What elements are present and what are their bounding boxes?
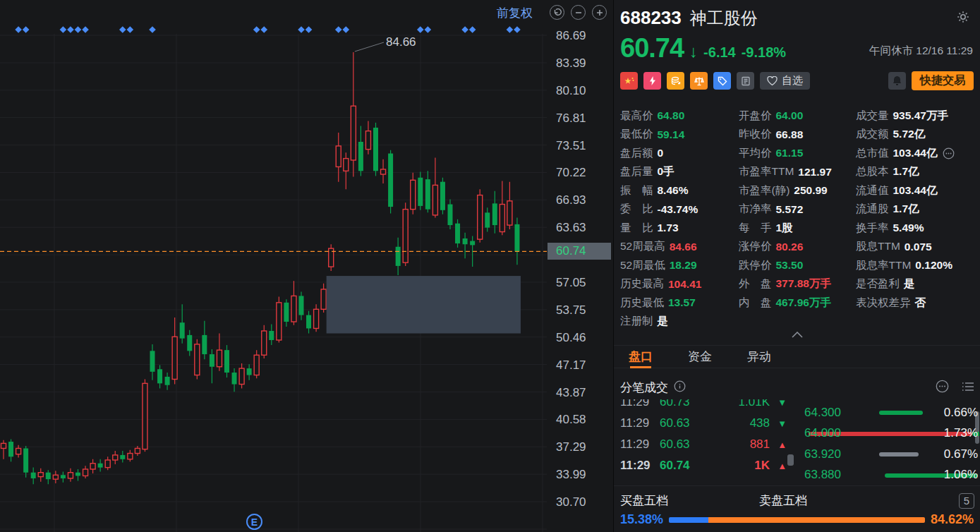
price-axis-tick: 70.22 — [556, 166, 586, 180]
adjust-mode-button[interactable]: 前复权 — [497, 5, 533, 21]
stat-cell: 历史最低13.57 — [620, 294, 739, 313]
stat-cell: 外 盘377.88万手 — [739, 275, 856, 294]
cn-market-icon[interactable] — [620, 72, 638, 90]
divider — [614, 485, 980, 486]
undo-icon[interactable] — [550, 5, 564, 20]
notes-icon[interactable] — [737, 72, 754, 90]
trade-row[interactable]: 11:2960.731.01K▼ — [620, 399, 787, 413]
stat-cell: 总股本1.7亿 — [856, 163, 975, 182]
depth-levels-button[interactable]: 5 — [959, 493, 974, 509]
zoom-in-icon[interactable] — [592, 5, 607, 20]
bell-icon[interactable] — [888, 72, 906, 90]
stat-cell: 昨收价66.88 — [739, 126, 856, 145]
trade-row[interactable]: 11:2960.63438▼ — [620, 413, 787, 434]
watchlist-label: 自选 — [782, 74, 803, 87]
stat-cell: 股息率TTM0.120% — [856, 256, 975, 275]
tab-异动[interactable]: 异动 — [747, 346, 771, 368]
tag-icon[interactable] — [713, 72, 731, 90]
kline-chart-canvas[interactable] — [0, 0, 613, 532]
stat-cell: 表决权差异否 — [856, 294, 975, 313]
event-badge-icon[interactable]: E — [246, 514, 262, 530]
info-icon[interactable] — [674, 380, 686, 395]
tick-trade-list[interactable]: 11:2960.731.01K▼11:2960.63438▼11:2960.63… — [620, 399, 787, 483]
list-view-icon[interactable] — [962, 381, 974, 395]
price-axis-tick: 33.99 — [556, 468, 586, 482]
down-arrow-icon: ↓ — [689, 42, 698, 61]
price-change-pct: -9.18% — [742, 44, 786, 61]
sell-ratio-bar — [708, 517, 925, 523]
depth-ratio-bar — [669, 517, 925, 523]
price-axis-tick: 40.58 — [556, 413, 586, 427]
stat-cell: 股息TTM0.075 — [856, 238, 975, 257]
stock-app-window: 前复权 84.66 86.6983.3980.1076.8173.5170.22… — [0, 0, 980, 532]
price-axis-tick: 43.87 — [556, 386, 586, 400]
stat-cell: 成交额5.72亿 — [856, 126, 975, 145]
quote-stats-grid: 最高价64.80开盘价64.00成交量935.47万手最低价59.14昨收价66… — [620, 107, 975, 331]
depth-header: 买盘五档 卖盘五档 5 — [620, 492, 974, 509]
price-axis-tick: 86.69 — [556, 29, 586, 43]
more-options-icon[interactable] — [936, 380, 949, 396]
price-axis-tick: 76.81 — [556, 111, 586, 126]
price-volume-row[interactable]: 64.0001.73% — [801, 423, 979, 445]
stat-cell: 52周最低18.29 — [620, 256, 739, 275]
stat-cell: 开盘价64.00 — [739, 107, 856, 126]
trade-row[interactable]: 11:2960.63881▲ — [620, 434, 787, 455]
price-volume-row[interactable]: 63.9200.67% — [801, 444, 979, 465]
stock-name: 神工股份 — [690, 7, 758, 30]
stat-cell: 最高价64.80 — [620, 107, 739, 126]
tab-盘口[interactable]: 盘口 — [629, 346, 653, 368]
margin-icon[interactable] — [690, 72, 708, 90]
sell-ratio-pct: 84.62% — [931, 512, 974, 527]
zoom-out-icon[interactable] — [571, 5, 586, 20]
tab-资金[interactable]: 资金 — [688, 346, 712, 368]
gear-icon[interactable] — [956, 10, 970, 27]
price-axis-tick: 80.10 — [556, 84, 586, 98]
trade-row[interactable]: 11:2960.741K▲ — [620, 455, 787, 476]
market-session-time: 午间休市 12/16 11:29 — [869, 44, 973, 59]
sell-depth-label: 卖盘五档 — [759, 492, 807, 509]
stat-cell: 跌停价53.50 — [739, 256, 856, 275]
stat-cell: 市盈率TTM121.97 — [739, 163, 856, 182]
stat-cell: 涨停价80.26 — [739, 238, 856, 257]
price-axis-tick: 53.75 — [556, 303, 586, 318]
quick-trade-button[interactable]: 快捷交易 — [912, 71, 974, 90]
buy-depth-label: 买盘五档 — [620, 492, 668, 509]
price-axis-tick: 37.29 — [556, 440, 586, 454]
price-axis-tick: 57.05 — [556, 276, 586, 290]
stat-cell: 每 手1股 — [739, 219, 856, 238]
stat-cell: 是否盈利是 — [856, 275, 975, 294]
tape-scrollbar[interactable] — [787, 454, 794, 466]
price-axis-tick: 83.39 — [556, 56, 586, 71]
stat-cell: 历史最高104.41 — [620, 275, 739, 294]
more-detail-icon[interactable] — [943, 147, 955, 159]
chart-toolbar — [550, 5, 607, 20]
stat-cell: 振 幅8.46% — [620, 181, 739, 200]
price-axis-tick: 47.17 — [556, 358, 586, 373]
price-volume-row[interactable]: 63.8801.06% — [801, 465, 979, 483]
hot-rank-icon[interactable] — [643, 72, 661, 90]
price-change: -6.14 — [703, 44, 736, 61]
stat-cell: 盘后额0 — [620, 144, 739, 163]
high-annotation: 84.66 — [386, 35, 416, 49]
price-axis-tick: 30.70 — [556, 495, 586, 509]
watchlist-button[interactable]: 自选 — [760, 72, 810, 90]
stat-cell: 市盈率(静)250.99 — [739, 181, 856, 200]
price-volume-row[interactable]: 64.3000.66% — [801, 402, 979, 423]
stat-cell: 总市值103.44亿 — [856, 144, 975, 163]
stat-cell: 平均价61.15 — [739, 144, 856, 163]
stat-cell: 流通值103.44亿 — [856, 181, 975, 200]
stat-cell: 最低价59.14 — [620, 126, 739, 145]
price-axis-tick: 73.51 — [556, 139, 586, 153]
price-axis-tick: 66.93 — [556, 193, 586, 207]
stat-cell: 盘后量0手 — [620, 163, 739, 182]
buy-ratio-pct: 15.38% — [620, 512, 663, 527]
feature-icon-row: 自选 快捷交易 — [620, 71, 974, 90]
coins-icon[interactable] — [667, 72, 684, 90]
stat-cell: 内 盘467.96万手 — [739, 294, 856, 313]
kline-chart-panel[interactable]: 前复权 84.66 86.6983.3980.1076.8173.5170.22… — [0, 0, 613, 532]
stat-cell: 市净率5.572 — [739, 200, 856, 219]
price-volume-list[interactable]: 64.3000.66%64.0001.73%63.9200.67%63.8801… — [801, 402, 979, 483]
collapse-chevron-icon[interactable] — [792, 328, 803, 341]
heart-icon — [767, 76, 778, 86]
last-price: 60.74 — [620, 33, 684, 64]
